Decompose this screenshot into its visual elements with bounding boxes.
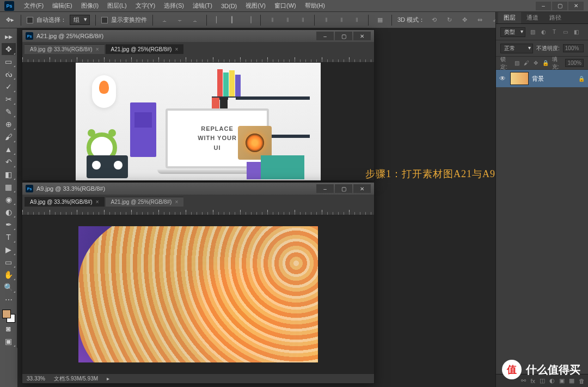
doc1-tab-a21[interactable]: A21.jpg @ 25%(RGB/8#)×	[106, 44, 184, 54]
filter-pixel-icon[interactable]: ▧	[529, 28, 536, 36]
dist-hcenter-icon[interactable]: ⫴	[335, 14, 347, 26]
doc1-tab-a9[interactable]: A9.jpg @ 33.3%(RGB/8#)×	[24, 44, 105, 54]
dist-left-icon[interactable]: ⫴	[320, 14, 332, 26]
eyedropper-tool[interactable]: ✎	[2, 106, 16, 118]
quickmask-tool[interactable]: ◙	[2, 323, 16, 335]
layer-item-background[interactable]: 👁 背景 🔒	[496, 70, 588, 87]
panel-tab-layers[interactable]: 图层	[498, 12, 521, 23]
layer-thumbnail[interactable]	[510, 72, 529, 85]
zoom-level[interactable]: 33.33%	[27, 376, 45, 382]
maximize-button[interactable]: ▢	[552, 2, 567, 10]
toolbox-toggle-icon[interactable]: ▸▸	[2, 31, 16, 43]
3d-roll-icon[interactable]: ↻	[443, 14, 455, 26]
status-arrow-icon[interactable]: ▸	[107, 376, 109, 382]
menu-select[interactable]: 选择(S)	[160, 2, 188, 10]
align-top-icon[interactable]: ⫠	[158, 14, 170, 26]
close-icon[interactable]: ×	[175, 46, 178, 52]
menu-file[interactable]: 文件(F)	[20, 2, 48, 10]
panel-tab-paths[interactable]: 路径	[544, 12, 567, 23]
menu-help[interactable]: 帮助(H)	[301, 2, 329, 10]
opacity-input[interactable]: 100%	[563, 44, 584, 52]
menu-window[interactable]: 窗口(W)	[270, 2, 301, 10]
doc1-canvas[interactable]: REPLACE WITH YOUR UI	[22, 63, 374, 180]
shape-tool[interactable]: ▭	[2, 256, 16, 268]
dist-top-icon[interactable]: ⫴	[266, 14, 278, 26]
doc2-close[interactable]: ✕	[353, 184, 371, 193]
horizontal-ruler[interactable]	[22, 54, 374, 63]
visibility-icon[interactable]: 👁	[499, 75, 507, 82]
3d-pan-icon[interactable]: ✥	[458, 14, 470, 26]
screenmode-tool[interactable]: ▣	[2, 335, 16, 347]
auto-select-dropdown[interactable]: 组	[70, 15, 90, 25]
close-icon[interactable]: ×	[96, 199, 99, 205]
fill-input[interactable]: 100%	[565, 59, 584, 67]
zoom-tool[interactable]: 🔍	[2, 281, 16, 293]
3d-orbit-icon[interactable]: ⟲	[428, 14, 440, 26]
dist-right-icon[interactable]: ⫴	[351, 14, 363, 26]
lock-pixels-icon[interactable]: 🖌	[523, 59, 529, 67]
doc2-titlebar[interactable]: Ps A9.jpg @ 33.3%(RGB/8#) – ▢ ✕	[22, 183, 374, 195]
auto-align-icon[interactable]: ▦	[374, 14, 386, 26]
doc1-titlebar[interactable]: Ps A21.jpg @ 25%(RGB/8#) – ▢ ✕	[22, 30, 374, 42]
doc1-close[interactable]: ✕	[353, 32, 371, 40]
color-swatch[interactable]	[2, 310, 15, 323]
doc2-minimize[interactable]: –	[316, 184, 334, 193]
doc-size[interactable]: 文档:5.93M/5.93M	[54, 375, 98, 383]
menu-view[interactable]: 视图(V)	[241, 2, 270, 10]
menu-image[interactable]: 图像(I)	[77, 2, 103, 10]
doc1-maximize[interactable]: ▢	[335, 32, 352, 40]
align-right-icon[interactable]: ▕	[243, 14, 255, 26]
eraser-tool[interactable]: ◧	[2, 168, 16, 180]
align-hcenter-icon[interactable]: ▎	[228, 14, 240, 26]
healing-tool[interactable]: ⊕	[2, 118, 16, 130]
blur-tool[interactable]: ◉	[2, 194, 16, 205]
type-tool[interactable]: T	[2, 231, 16, 243]
blend-mode-dropdown[interactable]: 正常	[500, 44, 533, 53]
doc1-minimize[interactable]: –	[316, 32, 334, 40]
menu-filter[interactable]: 滤镜(T)	[188, 2, 217, 10]
pen-tool[interactable]: ✒	[2, 219, 16, 231]
marquee-tool[interactable]: ▭	[2, 56, 16, 68]
lock-transparent-icon[interactable]: ▧	[514, 59, 520, 67]
doc2-canvas[interactable]	[22, 215, 374, 373]
history-brush-tool[interactable]: ↶	[2, 156, 16, 168]
close-icon[interactable]: ×	[175, 199, 178, 205]
filter-type-icon[interactable]: T	[550, 28, 558, 36]
close-icon[interactable]: ×	[96, 46, 99, 52]
doc2-maximize[interactable]: ▢	[335, 184, 352, 193]
menu-edit[interactable]: 编辑(E)	[48, 2, 77, 10]
menu-3d[interactable]: 3D(D)	[217, 3, 241, 9]
doc2-tab-a21[interactable]: A21.jpg @ 25%(RGB/8#)×	[106, 197, 184, 207]
quick-select-tool[interactable]: ✓	[2, 81, 16, 93]
panel-tab-channels[interactable]: 通道	[521, 12, 544, 23]
lock-all-icon[interactable]: 🔒	[542, 59, 549, 67]
auto-select-checkbox[interactable]	[27, 17, 33, 23]
crop-tool[interactable]: ✂	[2, 93, 16, 105]
filter-adjust-icon[interactable]: ◐	[540, 28, 547, 36]
filter-kind-dropdown[interactable]: 类型	[500, 27, 525, 37]
align-bottom-icon[interactable]: ⫠	[189, 14, 201, 26]
doc2-tab-a9[interactable]: A9.jpg @ 33.3%(RGB/8#)×	[24, 197, 105, 207]
layer-list[interactable]: 👁 背景 🔒	[496, 70, 588, 374]
dist-bottom-icon[interactable]: ⫴	[297, 14, 309, 26]
path-select-tool[interactable]: ▶	[2, 244, 16, 256]
gradient-tool[interactable]: ▦	[2, 181, 16, 193]
minimize-button[interactable]: –	[536, 2, 551, 10]
align-left-icon[interactable]: ▏	[212, 14, 224, 26]
hand-tool[interactable]: ✋	[2, 269, 16, 281]
horizontal-ruler[interactable]	[22, 207, 374, 215]
layer-lock-icon[interactable]: 🔒	[578, 76, 585, 82]
menu-layer[interactable]: 图层(L)	[103, 2, 131, 10]
filter-shape-icon[interactable]: ▭	[561, 28, 569, 36]
stamp-tool[interactable]: ▲	[2, 143, 16, 155]
menu-type[interactable]: 文字(Y)	[131, 2, 160, 10]
show-transform-checkbox[interactable]	[101, 17, 108, 23]
brush-tool[interactable]: 🖌	[2, 131, 16, 143]
foreground-color[interactable]	[2, 310, 11, 318]
edit-toolbar[interactable]: ⋯	[2, 294, 16, 306]
move-tool[interactable]: ✥	[2, 43, 16, 55]
dist-vcenter-icon[interactable]: ⫴	[281, 14, 293, 26]
3d-slide-icon[interactable]: ⇔	[474, 14, 486, 26]
close-button[interactable]: ✕	[568, 2, 584, 10]
align-vcenter-icon[interactable]: ⫟	[174, 14, 186, 26]
